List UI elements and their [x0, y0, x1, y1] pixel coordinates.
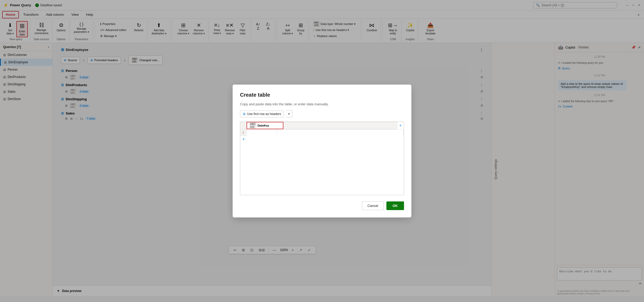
modal-title: Create table	[240, 92, 404, 98]
modal-col-header-datekey[interactable]: ABC123 DateKey	[247, 122, 283, 129]
modal-add-row-btn[interactable]: +	[240, 136, 247, 143]
modal-table-row-1: 1	[240, 129, 404, 136]
modal-row-num-1: 1	[240, 129, 247, 136]
create-table-modal: Create table Copy and paste data into th…	[233, 85, 411, 217]
use-first-row-modal-btn[interactable]: ⊞ Use first row as headers	[240, 111, 284, 117]
modal-col-header-empty	[283, 122, 397, 129]
col-type-icon: ABC123	[249, 122, 257, 129]
modal-footer: Cancel OK	[240, 201, 404, 210]
modal-cancel-btn[interactable]: Cancel	[362, 201, 384, 210]
modal-subtitle: Copy and paste data into the table, or e…	[240, 102, 404, 106]
modal-ok-btn[interactable]: OK	[386, 201, 404, 210]
modal-table-area: ABC123 DateKey + 1 +	[240, 122, 404, 195]
modal-toolbar: ⊞ Use first row as headers ▾	[240, 110, 404, 117]
modal-overlay: Create table Copy and paste data into th…	[0, 0, 644, 302]
use-first-row-modal-label: Use first row as headers	[247, 112, 281, 116]
modal-cell-1-1[interactable]	[247, 129, 277, 136]
use-first-row-modal-dropdown[interactable]: ▾	[286, 110, 292, 117]
modal-table-header: ABC123 DateKey +	[240, 122, 404, 129]
modal-cell-1-empty	[277, 129, 404, 136]
modal-col-header-label: DateKey	[258, 124, 269, 127]
modal-add-column-btn[interactable]: +	[397, 122, 404, 129]
table-icon-modal: ⊞	[243, 112, 246, 116]
